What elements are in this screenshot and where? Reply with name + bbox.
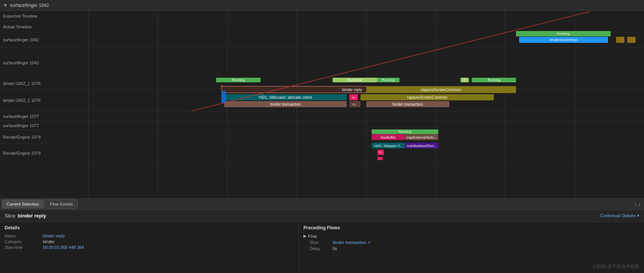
slice-type-label: Slice xyxy=(5,213,15,219)
slice-blue-bar[interactable] xyxy=(221,91,226,103)
track-content-sf1077-a xyxy=(88,112,644,121)
flow-delay-label: Delay xyxy=(310,246,333,251)
slice-running2-binder1[interactable]: Running xyxy=(377,78,400,82)
slice-running-binder1[interactable]: Running xyxy=(216,78,261,82)
track-content-render1079-a: Running ~GraphicBuffer RETh... freeBuffe… xyxy=(88,130,644,144)
track-content-render1079-b: HIDL::IMapper::f... AutoBackendText... F xyxy=(88,144,644,162)
track-label-sf1042-spacer: surfaceflinger 1042 xyxy=(0,60,88,65)
track-content-binder1076-b: binder reply captureScreenCommon allocat… xyxy=(88,89,644,111)
preceding-flows-title: Preceding Flows xyxy=(303,225,639,230)
slice-title: binder reply xyxy=(18,213,46,219)
slice-freebuffer[interactable]: freeBuffer xyxy=(372,134,405,140)
tab-flow-events[interactable]: Flow Events xyxy=(45,199,78,209)
track-actual-timeline: Actual Timeline xyxy=(0,21,644,32)
track-sf1042-spacer: surfaceflinger 1042 xyxy=(0,47,644,78)
slice-binder-transaction-1[interactable]: binder transaction xyxy=(224,101,346,107)
slice-pink-bar[interactable] xyxy=(377,157,383,160)
track-label-sf1077-b: surfaceflinger 1077 xyxy=(0,123,88,128)
flow-expand-button[interactable]: ▶ Flow xyxy=(303,234,639,239)
track-sf1077-b: surfaceflinger 1077 xyxy=(0,121,644,130)
slice-running-render1079[interactable]: Running xyxy=(372,129,438,134)
track-content-actual xyxy=(88,21,644,32)
detail-name-value[interactable]: binder reply xyxy=(43,234,65,238)
collapse-icon[interactable]: ▼ xyxy=(3,3,8,8)
timeline-area: Expected Timeline Actual Timeline surfac… xyxy=(0,11,644,198)
track-content-expected xyxy=(88,11,644,21)
track-render1079-b: RenderEngine 1079 HIDL::IMapper::f... Au… xyxy=(0,144,644,162)
track-render1079-a: RenderEngine 1079 Running ~GraphicBuffer… xyxy=(0,130,644,144)
slice-running3-binder1[interactable]: Running xyxy=(472,78,516,82)
track-label-actual: Actual Timeline xyxy=(0,25,88,29)
details-title: Details xyxy=(5,225,294,230)
flow-slice-row: Slice binder transaction ↗ xyxy=(303,240,639,245)
slice-runnable-binder1[interactable]: Runnable xyxy=(333,78,377,82)
slice-renderscreenimpl[interactable]: renderScreenImpl xyxy=(519,37,608,43)
flow-delay-row: Delay 0s xyxy=(303,246,639,251)
track-content-sf1077-b xyxy=(88,121,644,130)
slice-h-marker[interactable]: H... xyxy=(349,101,361,107)
slice-capture-screen-common-top[interactable]: captureScreenCommon xyxy=(366,86,516,93)
slice-f-marker[interactable]: F xyxy=(377,150,384,155)
detail-starttime-row: Start time 00:00:02.958 448 364 xyxy=(5,245,294,250)
slice-autobackendtext[interactable]: AutoBackendText... xyxy=(405,143,438,149)
slice-mapexternaltextu[interactable]: mapExternalTextu... xyxy=(405,134,438,140)
slice-m-marker[interactable]: m xyxy=(349,94,358,100)
track-label-render1079-b: RenderEngine 1079 xyxy=(0,151,88,155)
flow-delay-value: 0s xyxy=(333,246,337,251)
top-bar-title: surfaceflinger 1042 xyxy=(10,3,49,8)
track-label-binder1076-a: binder:1042_1 1076 xyxy=(0,81,88,86)
top-bar: ▼ surfaceflinger 1042 xyxy=(0,0,644,11)
contextual-options-button[interactable]: Contextual Options ▾ xyxy=(600,213,639,218)
left-panel: Details Name binder reply Category binde… xyxy=(0,222,299,273)
panels: Details Name binder reply Category binde… xyxy=(0,222,644,273)
flow-label: Flow xyxy=(308,234,317,239)
detail-name-label: Name xyxy=(5,234,43,238)
tab-controls: ↑ ↓ xyxy=(634,201,644,207)
slice-olive-1[interactable] xyxy=(616,37,624,43)
slice-hidl-imapper[interactable]: HIDL::IMapper::f... xyxy=(372,143,405,149)
detail-starttime-value[interactable]: 00:00:02.958 448 364 xyxy=(43,245,84,250)
flow-section: ▶ Flow Slice binder transaction ↗ Delay … xyxy=(303,234,639,251)
track-label-sf1042-main: surfaceflinger 1042 xyxy=(0,38,88,42)
track-binder1076-b: binder:1042_1 1076 binder reply captureS… xyxy=(0,89,644,112)
flow-chevron-icon: ▶ xyxy=(303,234,306,239)
track-label-sf1077-a: surfaceflinger 1077 xyxy=(0,114,88,119)
detail-category-value: binder xyxy=(43,239,55,244)
track-label-expected: Expected Timeline xyxy=(0,14,88,18)
slice-hidl-iallocator[interactable]: HIDL::IAllocator::allocate::client xyxy=(224,94,346,100)
track-label-render1079-a: RenderEngine 1079 xyxy=(0,135,88,139)
watermark: CSDN @千里马学框架 xyxy=(593,263,639,270)
slice-binder-transaction-2[interactable]: binder transaction xyxy=(366,101,450,107)
slice-running-sf1042[interactable]: Running xyxy=(516,31,611,36)
track-content-sf1042-main: Running renderScreenImpl xyxy=(88,32,644,47)
flow-slice-value[interactable]: binder transaction ↗ xyxy=(333,240,371,245)
slice-capture-screen-common-2[interactable]: captureScreenCommon xyxy=(361,94,494,100)
bottom-content: Slice binder reply Contextual Options ▾ … xyxy=(0,210,644,273)
detail-starttime-label: Start time xyxy=(5,245,43,250)
scroll-down-icon[interactable]: ↓ xyxy=(638,201,641,207)
flow-slice-label: Slice xyxy=(310,240,333,245)
slice-r-binder1[interactable]: R xyxy=(460,78,469,82)
bottom-tabs: Current Selection Flow Events ↑ ↓ xyxy=(0,198,644,210)
detail-category-label: Category xyxy=(5,239,43,244)
slice-header: Slice binder reply Contextual Options ▾ xyxy=(0,210,644,222)
tab-current-selection[interactable]: Current Selection xyxy=(2,199,44,209)
detail-category-row: Category binder xyxy=(5,239,294,244)
track-content-sf1042-spacer xyxy=(88,47,644,78)
track-sf1042-main: surfaceflinger 1042 Running renderScreen… xyxy=(0,32,644,47)
slice-olive-2[interactable] xyxy=(627,37,636,43)
track-sf1077-a: surfaceflinger 1077 xyxy=(0,112,644,121)
track-label-binder1076-b: binder:1042_1 1076 xyxy=(0,98,88,103)
right-panel: Preceding Flows ▶ Flow Slice binder tran… xyxy=(299,222,644,273)
detail-name-row: Name binder reply xyxy=(5,234,294,238)
scroll-up-icon[interactable]: ↑ xyxy=(634,201,637,207)
track-expected-timeline: Expected Timeline xyxy=(0,11,644,21)
